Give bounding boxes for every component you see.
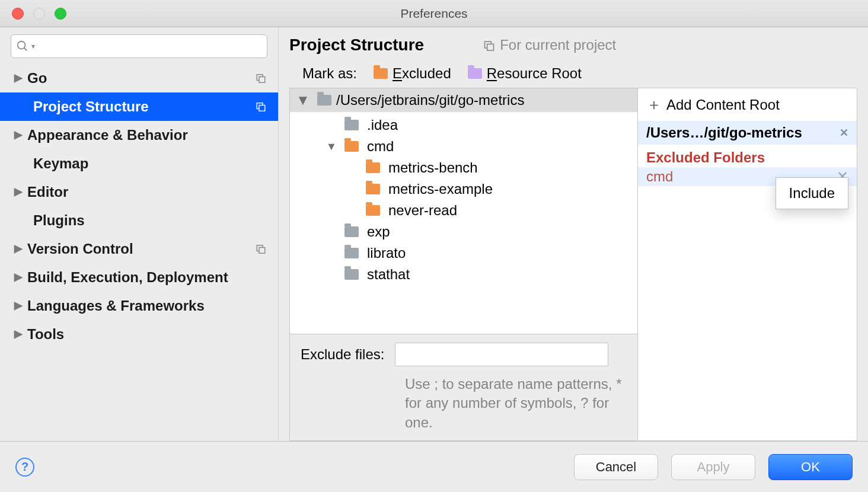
project-scope-icon: [256, 70, 266, 87]
tree-root-label: /Users/jetbrains/git/go-metrics: [336, 92, 524, 108]
folder-excluded-icon: [374, 68, 388, 79]
preferences-search[interactable]: ▾: [11, 34, 267, 58]
tree-item[interactable]: metrics-bench: [290, 157, 637, 178]
exclude-files-panel: Exclude files: Use ; to separate name pa…: [290, 334, 637, 440]
chevron-right-icon: ▶: [14, 71, 27, 84]
nav-label: Tools: [27, 326, 64, 343]
preferences-sidebar: ▾ ▶ Go Project Structure ▶ Appearance & …: [0, 27, 279, 441]
zoom-window-button[interactable]: [55, 8, 66, 20]
chevron-right-icon: ▶: [14, 270, 27, 283]
search-icon: [16, 40, 29, 53]
exclude-hint: Use ; to separate name patterns, * for a…: [405, 375, 627, 432]
mark-resource-root[interactable]: Resource Root: [468, 65, 582, 82]
tree-item-label: metrics-example: [388, 181, 493, 197]
tree-item[interactable]: ▼cmd: [290, 136, 637, 157]
folder-icon: [366, 205, 380, 216]
nav-item-editor[interactable]: ▶ Editor: [0, 178, 278, 206]
svg-rect-9: [487, 44, 494, 50]
nav-item-version-control[interactable]: ▶ Version Control: [0, 235, 278, 263]
svg-rect-5: [259, 106, 265, 111]
add-content-root-button[interactable]: ＋ Add Content Root: [638, 88, 857, 121]
window-controls: [0, 8, 66, 20]
nav-label: Keymap: [33, 155, 88, 172]
nav-label: Version Control: [27, 241, 133, 257]
close-window-button[interactable]: [12, 8, 24, 20]
titlebar: Preferences: [0, 0, 868, 27]
nav-label: Editor: [27, 184, 68, 200]
nav-item-project-structure[interactable]: Project Structure: [0, 92, 278, 121]
minimize-window-button[interactable]: [33, 8, 45, 20]
nav-label: Project Structure: [33, 98, 149, 115]
project-scope-icon: [256, 241, 266, 257]
mark-resource-label: esource Root: [497, 65, 582, 81]
folder-icon: [344, 141, 359, 152]
chevron-right-icon: ▶: [14, 299, 27, 312]
nav-item-go[interactable]: ▶ Go: [0, 64, 278, 92]
tree-item-label: cmd: [367, 138, 394, 155]
mark-excluded[interactable]: Excluded: [374, 65, 451, 82]
svg-rect-3: [259, 77, 265, 83]
tree-item-label: .idea: [367, 117, 398, 133]
chevron-right-icon: ▶: [14, 185, 27, 198]
remove-root-icon[interactable]: ✕: [840, 126, 848, 139]
context-menu-include[interactable]: Include: [777, 181, 847, 205]
content-root-item[interactable]: /Users…/git/go-metrics ✕: [638, 121, 857, 145]
folder-icon: [344, 269, 359, 280]
nav-label: Build, Execution, Deployment: [27, 269, 228, 286]
main-panel: Project Structure For current project Ma…: [279, 27, 868, 441]
nav-label: Appearance & Behavior: [27, 127, 188, 143]
project-scope-icon: [256, 98, 266, 115]
tree-item-label: metrics-bench: [388, 159, 478, 176]
chevron-right-icon: ▶: [14, 327, 27, 340]
context-menu: Include: [776, 177, 848, 209]
folder-icon: [344, 120, 359, 130]
folder-resource-icon: [468, 68, 482, 79]
chevron-right-icon: ▶: [14, 242, 27, 255]
folder-icon: [366, 184, 380, 194]
scope-indicator: For current project: [483, 37, 616, 53]
tree-item[interactable]: stathat: [290, 264, 637, 285]
search-input[interactable]: [35, 40, 262, 53]
mark-as-label: Mark as:: [302, 65, 357, 82]
nav-item-languages-frameworks[interactable]: ▶ Languages & Frameworks: [0, 292, 278, 320]
help-button[interactable]: ?: [15, 458, 34, 477]
exclude-files-input[interactable]: [395, 343, 608, 366]
tree-item[interactable]: .idea: [290, 114, 637, 136]
svg-point-0: [18, 41, 25, 49]
excluded-folder-label: cmd: [646, 168, 673, 185]
chevron-down-icon[interactable]: ▼: [296, 92, 312, 108]
tree-item-label: exp: [367, 223, 390, 240]
nav-item-plugins[interactable]: Plugins: [0, 206, 278, 235]
dialog-footer: ? Cancel Apply OK: [0, 441, 868, 492]
scope-label: For current project: [500, 37, 616, 53]
ok-button[interactable]: OK: [768, 454, 853, 480]
nav-label: Languages & Frameworks: [27, 298, 205, 314]
tree-item[interactable]: exp: [290, 221, 637, 242]
excluded-folders-header: Excluded Folders: [638, 145, 857, 167]
folder-icon: [344, 248, 359, 258]
tree-item-label: stathat: [367, 266, 410, 283]
tree-item-label: never-read: [388, 202, 457, 219]
nav-item-keymap[interactable]: Keymap: [0, 149, 278, 178]
tree-item[interactable]: librato: [290, 242, 637, 264]
page-title: Project Structure: [289, 36, 424, 55]
tree-item[interactable]: never-read: [290, 200, 637, 221]
tree-item[interactable]: metrics-example: [290, 178, 637, 200]
cancel-button[interactable]: Cancel: [574, 454, 658, 480]
content-root-path: /Users…/git/go-metrics: [646, 124, 802, 141]
nav-label: Plugins: [33, 212, 85, 229]
nav-item-appearance-behavior[interactable]: ▶ Appearance & Behavior: [0, 121, 278, 149]
exclude-files-label: Exclude files:: [301, 346, 384, 363]
content-roots-panel: ＋ Add Content Root /Users…/git/go-metric…: [637, 88, 857, 440]
window-title: Preferences: [0, 7, 868, 21]
folder-icon: [317, 95, 331, 106]
tree-root-row[interactable]: ▼ /Users/jetbrains/git/go-metrics: [290, 88, 637, 112]
project-scope-icon: [483, 39, 495, 51]
nav-item-build-execution-deployment[interactable]: ▶ Build, Execution, Deployment: [0, 263, 278, 292]
mark-excluded-label: xcluded: [402, 65, 451, 81]
folder-icon: [366, 162, 380, 173]
svg-line-1: [24, 48, 27, 51]
nav-item-tools[interactable]: ▶ Tools: [0, 320, 278, 349]
chevron-down-icon[interactable]: ▼: [323, 140, 340, 153]
apply-button[interactable]: Apply: [671, 454, 755, 480]
